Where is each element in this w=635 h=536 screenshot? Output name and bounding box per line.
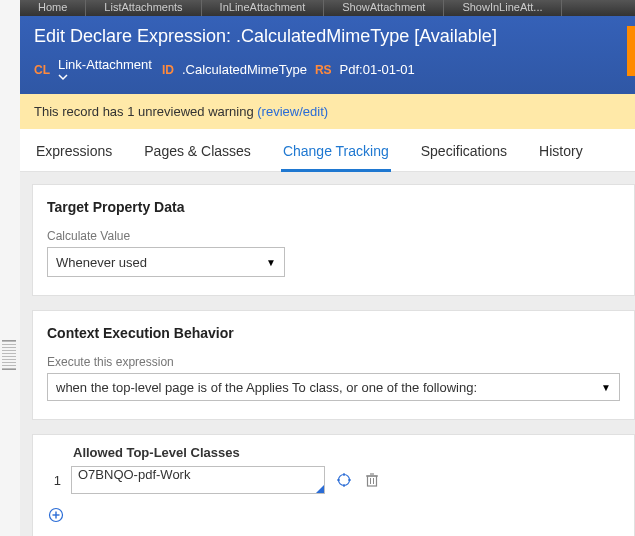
allowed-classes-header: Allowed Top-Level Classes	[73, 445, 620, 460]
workspace-tab[interactable]: ListAttachments	[86, 0, 201, 16]
svg-rect-5	[368, 476, 377, 486]
row-index: 1	[47, 473, 61, 488]
dropdown-arrow-icon: ▼	[266, 257, 276, 268]
tab-history[interactable]: History	[537, 139, 585, 171]
execute-expression-label: Execute this expression	[47, 355, 620, 369]
calculate-value-select[interactable]: Whenever used ▼	[47, 247, 285, 277]
execute-expression-selected: when the top-level page is of the Applie…	[56, 380, 477, 395]
target-property-heading: Target Property Data	[47, 199, 620, 215]
allowed-class-value: O7BNQO-pdf-Work	[78, 467, 190, 482]
rule-tabs: Expressions Pages & Classes Change Track…	[20, 129, 635, 172]
add-row-icon[interactable]	[47, 506, 65, 524]
dropdown-arrow-icon: ▼	[601, 382, 611, 393]
context-execution-heading: Context Execution Behavior	[47, 325, 620, 341]
save-button[interactable]	[627, 26, 635, 76]
workspace-tab[interactable]: Home	[20, 0, 86, 16]
workspace-tab[interactable]: ShowInLineAtt...	[444, 0, 561, 16]
calculate-value-selected: Whenever used	[56, 255, 147, 270]
workspace-tabstrip: Home ListAttachments InLineAttachment Sh…	[20, 0, 635, 16]
allowed-class-input[interactable]: O7BNQO-pdf-Work	[71, 466, 325, 494]
chevron-down-icon	[58, 72, 154, 82]
tab-expressions[interactable]: Expressions	[34, 139, 114, 171]
workspace-tab[interactable]: InLineAttachment	[202, 0, 325, 16]
crosshair-icon[interactable]	[335, 471, 353, 489]
left-rail	[0, 0, 21, 536]
id-value: .CalculatedMimeType	[182, 62, 307, 77]
execute-expression-select[interactable]: when the top-level page is of the Applie…	[47, 373, 620, 401]
class-value[interactable]: Link-Attachment	[58, 57, 154, 82]
warning-review-link[interactable]: (review/edit)	[257, 104, 328, 119]
target-property-card: Target Property Data Calculate Value Whe…	[32, 184, 635, 296]
rule-header: Edit Declare Expression: .CalculatedMime…	[20, 16, 635, 94]
allowed-classes-card: Allowed Top-Level Classes 1 O7BNQO-pdf-W…	[32, 434, 635, 536]
table-row: 1 O7BNQO-pdf-Work	[47, 466, 620, 494]
trash-icon[interactable]	[363, 471, 381, 489]
smart-prompt-icon[interactable]	[316, 485, 324, 493]
tab-specifications[interactable]: Specifications	[419, 139, 509, 171]
ruleset-label: RS	[315, 63, 332, 77]
warning-bar: This record has 1 unreviewed warning (re…	[20, 94, 635, 129]
workspace-tab[interactable]: ShowAttachment	[324, 0, 444, 16]
svg-point-0	[339, 475, 350, 486]
tab-change-tracking[interactable]: Change Tracking	[281, 139, 391, 172]
ruleset-value: Pdf:01-01-01	[340, 62, 415, 77]
page-title: Edit Declare Expression: .CalculatedMime…	[34, 26, 621, 47]
warning-text: This record has 1 unreviewed warning	[34, 104, 257, 119]
class-label: CL	[34, 63, 50, 77]
tab-pages-classes[interactable]: Pages & Classes	[142, 139, 253, 171]
calculate-value-label: Calculate Value	[47, 229, 620, 243]
context-execution-card: Context Execution Behavior Execute this …	[32, 310, 635, 420]
rail-drag-handle[interactable]	[2, 340, 16, 370]
id-label: ID	[162, 63, 174, 77]
